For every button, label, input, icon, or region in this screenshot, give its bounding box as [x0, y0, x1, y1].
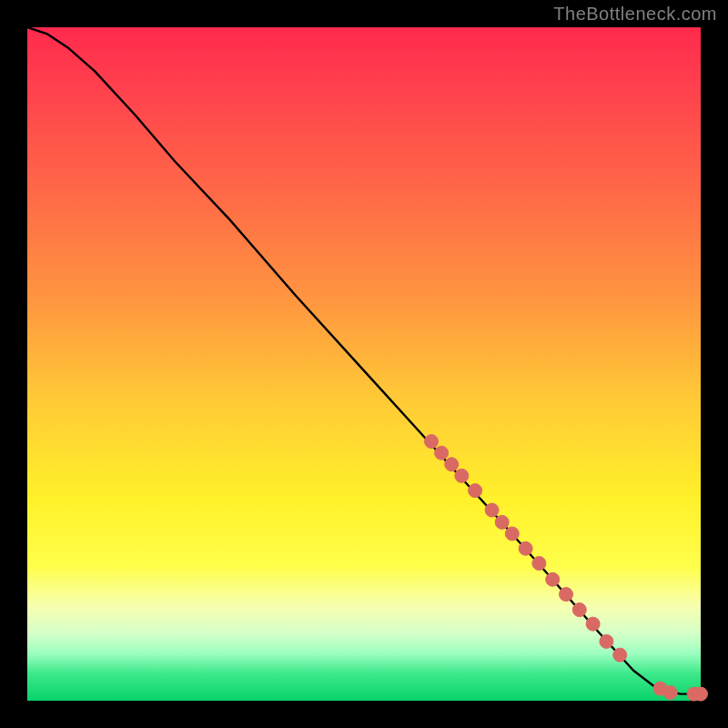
- data-point: [495, 515, 509, 529]
- data-point: [560, 588, 573, 602]
- data-point: [600, 634, 613, 648]
- data-point: [455, 469, 469, 482]
- data-point: [663, 686, 677, 700]
- chart-points-group: [425, 435, 708, 701]
- chart-plot-area: [27, 27, 701, 701]
- data-point: [519, 541, 532, 555]
- attribution-label: TheBottleneck.com: [553, 4, 717, 25]
- data-point: [435, 446, 449, 460]
- data-point: [469, 484, 482, 498]
- data-point: [546, 572, 560, 586]
- data-point: [586, 617, 600, 631]
- data-point: [505, 527, 519, 541]
- data-point: [613, 648, 627, 662]
- chart-curve: [27, 27, 701, 694]
- data-point: [532, 557, 546, 571]
- data-point: [445, 458, 459, 471]
- chart-svg: [27, 27, 701, 701]
- data-point: [572, 603, 586, 617]
- data-point: [694, 687, 708, 701]
- data-point: [485, 503, 499, 517]
- data-point: [425, 435, 439, 449]
